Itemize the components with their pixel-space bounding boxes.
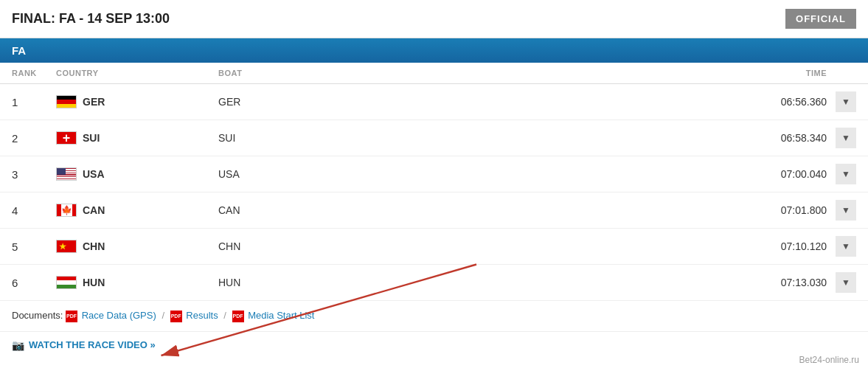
section-header: FA bbox=[0, 38, 868, 63]
results-link[interactable]: Results bbox=[186, 310, 218, 321]
page-title: FINAL: FA - 14 SEP 13:00 bbox=[12, 11, 170, 27]
expand-button[interactable]: ▼ bbox=[836, 91, 856, 112]
country-cell: GER bbox=[56, 95, 218, 108]
expand-button[interactable]: ▼ bbox=[836, 236, 856, 257]
time-cell: 07:00.040 bbox=[738, 168, 827, 180]
table-header: RANK COUNTRY BOAT TIME bbox=[0, 63, 868, 84]
time-cell: 07:13.030 bbox=[738, 277, 827, 288]
expand-button[interactable]: ▼ bbox=[836, 164, 856, 184]
flag-hun bbox=[56, 276, 77, 289]
country-cell: 🍁CAN bbox=[56, 204, 218, 217]
media-start-list-link[interactable]: Media Start List bbox=[248, 310, 314, 321]
boat-cell: SUI bbox=[218, 132, 381, 144]
country-cell: CHN bbox=[56, 240, 218, 253]
expand-button[interactable]: ▼ bbox=[836, 200, 856, 221]
race-data-link[interactable]: Race Data (GPS) bbox=[82, 310, 156, 321]
flag-sui bbox=[56, 131, 77, 145]
country-cell: USA bbox=[56, 167, 218, 181]
flag-chn bbox=[56, 240, 77, 253]
documents-label: Documents: bbox=[12, 310, 63, 321]
expand-button[interactable]: ▼ bbox=[836, 128, 856, 148]
pdf-icon-2: PDF bbox=[170, 311, 182, 322]
watch-video-link[interactable]: 📷 WATCH THE RACE VIDEO » bbox=[12, 339, 156, 351]
rank-cell: 1 bbox=[12, 96, 56, 108]
header-row: FINAL: FA - 14 SEP 13:00 OFFICIAL bbox=[0, 0, 868, 38]
rank-cell: 3 bbox=[12, 168, 56, 181]
rank-cell: 2 bbox=[12, 132, 56, 145]
rank-cell: 5 bbox=[12, 240, 56, 253]
boat-cell: GER bbox=[218, 96, 381, 108]
rank-cell: 6 bbox=[12, 277, 56, 289]
table-row: 3USAUSA07:00.040▼ bbox=[0, 156, 868, 193]
rank-cell: 4 bbox=[12, 204, 56, 217]
col-time: TIME bbox=[738, 69, 827, 77]
table-row: 5CHNCHN07:10.120▼ bbox=[0, 229, 868, 265]
results-table: 1GERGER06:56.360▼2SUISUI06:58.340▼3USAUS… bbox=[0, 84, 868, 301]
flag-usa bbox=[56, 167, 77, 181]
flag-can: 🍁 bbox=[56, 204, 77, 217]
boat-cell: USA bbox=[218, 168, 381, 180]
boat-cell: CHN bbox=[218, 240, 381, 252]
table-row: 2SUISUI06:58.340▼ bbox=[0, 120, 868, 156]
col-boat: BOAT bbox=[218, 69, 381, 77]
time-cell: 07:10.120 bbox=[738, 240, 827, 252]
time-cell: 06:58.340 bbox=[738, 132, 827, 144]
col-country: COUNTRY bbox=[56, 69, 218, 77]
camera-icon: 📷 bbox=[12, 339, 24, 351]
watermark: Bet24-online.ru bbox=[799, 355, 859, 361]
video-section: 📷 WATCH THE RACE VIDEO » bbox=[0, 332, 868, 361]
table-row: 6HUNHUN07:13.030▼ bbox=[0, 265, 868, 301]
expand-button[interactable]: ▼ bbox=[836, 272, 856, 293]
country-cell: SUI bbox=[56, 131, 218, 145]
country-cell: HUN bbox=[56, 276, 218, 289]
documents-section: Documents: PDF Race Data (GPS) / PDF Res… bbox=[0, 301, 868, 332]
official-badge: OFFICIAL bbox=[785, 9, 856, 29]
table-row: 4🍁CANCAN07:01.800▼ bbox=[0, 193, 868, 229]
pdf-icon-1: PDF bbox=[66, 311, 77, 322]
pdf-icon-3: PDF bbox=[232, 311, 244, 322]
time-cell: 06:56.360 bbox=[738, 96, 827, 108]
table-row: 1GERGER06:56.360▼ bbox=[0, 84, 868, 120]
col-rank: RANK bbox=[12, 69, 56, 77]
flag-ger bbox=[56, 95, 77, 108]
boat-cell: HUN bbox=[218, 277, 381, 288]
time-cell: 07:01.800 bbox=[738, 204, 827, 216]
boat-cell: CAN bbox=[218, 204, 381, 216]
